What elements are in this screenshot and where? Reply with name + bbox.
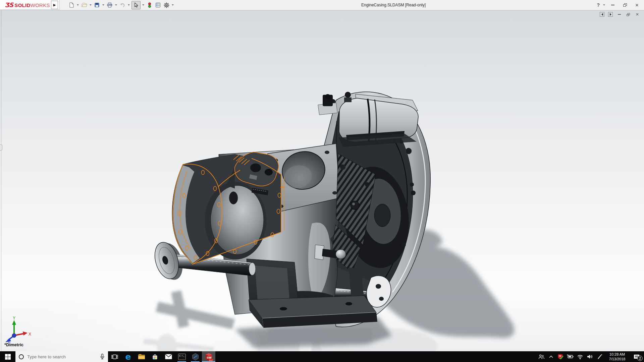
people-button[interactable] [536,351,546,362]
print-button[interactable] [106,1,113,9]
title-bar: ƷS SOLIDWORKS ▶ [0,0,644,10]
window-title: EngineCasing.SLDASM [Read-only] [361,0,426,10]
battery-plug-icon [567,354,574,359]
view-orientation-label: *Dimetric [4,342,23,347]
solidworks-2017-icon: SW 2017 [204,352,213,361]
volume-icon [587,354,593,359]
task-view-icon [111,354,118,360]
open-button[interactable] [80,1,88,9]
windows-logo-icon [5,354,11,360]
print-dropdown-caret[interactable] [115,4,117,6]
windows-taskbar: e C:\_ [0,351,644,362]
help-dropdown-caret[interactable] [603,4,605,6]
solidworks-resource-monitor[interactable]: SW [556,351,566,362]
undo-button[interactable] [119,1,126,9]
sw-shield-check-icon: SW [557,354,564,360]
open-dropdown-caret[interactable] [90,4,92,6]
solidworks-taskbar-button[interactable]: SW 2017 [202,351,215,362]
restore-button[interactable] [620,0,630,10]
file-explorer-button[interactable] [135,351,148,362]
options-gear-button[interactable] [163,1,170,9]
microsoft-store-button[interactable] [148,351,162,362]
edge-icon: e [125,353,131,361]
engine-casing-model[interactable] [0,10,644,351]
new-document-button[interactable] [68,1,75,9]
solidworks-logo: ƷS SOLIDWORKS [5,1,50,8]
reference-triad: Y X Z [2,315,33,344]
start-button[interactable] [0,351,15,362]
search-input[interactable] [27,354,97,359]
help-button[interactable]: ? [596,2,600,8]
taskbar-search[interactable] [15,351,108,362]
document-close-button[interactable]: ✕ [635,12,640,17]
triad-x-label: X [29,332,31,337]
svg-text:C:\_: C:\_ [179,355,185,357]
undo-dropdown-caret[interactable] [128,4,130,6]
command-prompt-button[interactable]: C:\_ [175,351,189,362]
rebuild-button[interactable] [146,1,153,9]
collapse-panel-right-icon[interactable] [608,12,613,17]
triad-y-label: Y [13,316,15,320]
cortana-icon [19,354,24,359]
save-dropdown-caret[interactable] [102,4,104,6]
chevron-up-icon [548,355,554,359]
standard-toolbar [68,0,174,10]
hidden-icons-button[interactable] [546,351,556,362]
graphics-viewport[interactable]: ✕ Y X Z *Dimetric [0,10,644,351]
people-icon [538,354,544,360]
clock-time: 10:28 AM [609,352,625,357]
file-properties-button[interactable] [154,1,162,9]
close-button[interactable]: ✕ [632,0,642,10]
solidworks-logo-mark-icon: ƷS [5,1,13,8]
wifi-button[interactable] [575,351,585,362]
minimize-button[interactable] [608,0,618,10]
select-button[interactable] [131,1,141,9]
pen-icon [597,354,602,360]
command-prompt-icon: C:\_ [178,354,186,360]
composer-app-button[interactable] [189,351,202,362]
composer-hexagon-icon [192,353,199,361]
edge-button[interactable]: e [121,351,135,362]
file-explorer-icon [138,354,145,360]
svg-text:SW: SW [559,355,561,357]
battery-button[interactable] [566,351,575,362]
task-view-button[interactable] [108,351,121,362]
svg-text:SW: SW [207,356,212,359]
windows-ink-button[interactable] [595,351,604,362]
wifi-icon [577,354,583,359]
menu-flyout-button[interactable]: ▶ [51,1,58,9]
clock-date: 7/13/2018 [609,357,626,361]
titlebar-controls: ? ✕ [596,0,642,10]
taskbar-clock[interactable]: 10:28 AM 7/13/2018 [604,351,630,362]
new-dropdown-caret[interactable] [77,4,79,6]
mail-icon [165,354,172,359]
svg-text:2017: 2017 [209,359,213,361]
save-button[interactable] [93,1,101,9]
options-dropdown-caret[interactable] [172,4,174,6]
microsoft-store-icon [152,353,158,360]
document-window-controls: ✕ [600,12,640,17]
notification-badge: 2 [637,356,643,361]
action-center-button[interactable]: 2 [630,351,644,362]
document-restore-button[interactable] [626,12,631,17]
volume-button[interactable] [585,351,595,362]
document-minimize-button[interactable] [616,12,622,17]
mail-button[interactable] [162,351,175,362]
collapse-panel-left-icon[interactable] [600,12,604,17]
system-tray: SW [536,351,644,362]
select-dropdown-caret[interactable] [142,4,144,6]
microphone-icon[interactable] [100,354,105,360]
